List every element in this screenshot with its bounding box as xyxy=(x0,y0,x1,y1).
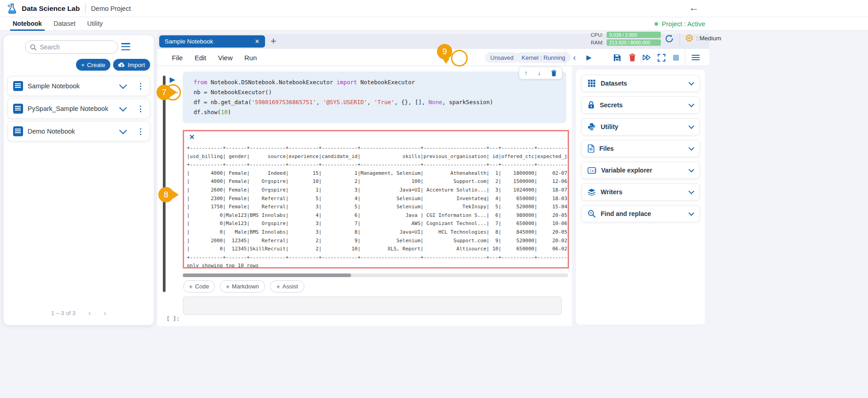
cpu-label: CPU: xyxy=(591,32,604,38)
secrets-icon xyxy=(588,101,595,109)
add-code-label: Code xyxy=(195,283,209,290)
run-all-icon[interactable]: ▶ xyxy=(584,53,593,62)
tab-utility[interactable]: Utility xyxy=(87,20,103,28)
right-tools-panel: Datasets Secrets Utility Files (x) Varia… xyxy=(575,69,706,325)
close-tab-icon[interactable]: ✕ xyxy=(255,38,260,45)
panel-item-secrets[interactable]: Secrets xyxy=(581,96,700,114)
open-notebook-tab[interactable]: Sample Notebook ✕ xyxy=(159,35,265,48)
import-button[interactable]: Import xyxy=(113,59,150,71)
move-cell-up-icon[interactable]: ↑ xyxy=(524,69,527,77)
notebook-toolbar: File Edit View Run Unsaved Kernel : Runn… xyxy=(157,49,709,66)
page-prev-icon[interactable]: ‹ xyxy=(88,308,91,318)
panel-item-writers[interactable]: Writers xyxy=(581,183,700,201)
utility-icon xyxy=(588,123,596,131)
project-name: Demo Project xyxy=(91,5,131,12)
plus-icon: + xyxy=(226,283,229,290)
ram-label: RAM: xyxy=(591,40,604,45)
close-output-icon[interactable]: ✕ xyxy=(189,133,195,141)
chevron-down-icon[interactable] xyxy=(688,210,694,216)
ram-usage-badge: 213.920 / 8000.000 xyxy=(607,39,661,46)
project-status-label: Project : Active xyxy=(662,20,705,28)
panel-item-utility[interactable]: Utility xyxy=(581,118,700,135)
menu-file[interactable]: File xyxy=(172,54,183,62)
horizontal-scrollbar[interactable] xyxy=(183,273,568,277)
sidebar-item-sample-notebook[interactable]: Sample Notebook ⋮ xyxy=(7,76,150,96)
writers-icon xyxy=(588,188,596,196)
menu-run[interactable]: Run xyxy=(244,54,257,62)
notebook-icon xyxy=(13,104,23,114)
panel-item-datasets[interactable]: Datasets xyxy=(581,75,700,92)
tab-dataset[interactable]: Dataset xyxy=(54,20,76,28)
notebook-icon xyxy=(13,126,23,136)
top-header: Data Science Lab Demo Project xyxy=(0,0,868,17)
find-replace-icon xyxy=(588,210,596,218)
search-input[interactable] xyxy=(40,43,108,51)
svg-text:(x): (x) xyxy=(589,168,596,173)
sidebar-filter-menu-icon[interactable] xyxy=(121,43,130,50)
code-cell[interactable]: from Notebook.DSNotebook.NotebookExecuto… xyxy=(183,72,566,123)
kebab-menu-icon[interactable]: ⋮ xyxy=(137,105,144,113)
vertical-scrollbar[interactable] xyxy=(163,76,166,292)
header-divider xyxy=(85,4,85,13)
toolbar-divider xyxy=(565,49,565,66)
toolbar-divider xyxy=(685,49,685,66)
chevron-down-icon[interactable] xyxy=(119,81,127,89)
panel-item-find-replace[interactable]: Find and replace xyxy=(581,205,700,222)
new-tab-icon[interactable]: + xyxy=(270,35,276,47)
stop-kernel-icon[interactable] xyxy=(671,53,680,62)
move-cell-down-icon[interactable]: ↓ xyxy=(537,69,541,77)
resource-monitor: CPU: 0.039 / 2.000 RAM: 213.920 / 8000.0… xyxy=(591,32,721,46)
chevron-down-icon[interactable] xyxy=(688,188,694,194)
create-button[interactable]: + Create xyxy=(76,59,110,71)
tab-notebook[interactable]: Notebook xyxy=(13,20,42,28)
sidebar-item-pyspark-sample-notebook[interactable]: PySpark_Sample Notebook ⋮ xyxy=(7,99,150,119)
cpu-chip-icon xyxy=(685,34,693,42)
run-cell-icon[interactable]: ▶ xyxy=(170,75,175,84)
plus-icon: + xyxy=(81,62,85,68)
scrollbar-thumb[interactable] xyxy=(183,273,351,277)
sidebar-item-demo-notebook[interactable]: Demo Notebook ⋮ xyxy=(7,121,150,141)
chevron-down-icon[interactable] xyxy=(119,104,127,111)
page-next-icon[interactable]: › xyxy=(104,308,106,318)
app-root: Data Science Lab Demo Project ← Notebook… xyxy=(0,0,868,398)
app-title: Data Science Lab xyxy=(22,5,80,13)
panel-item-files[interactable]: Files xyxy=(581,140,700,157)
resources-divider xyxy=(679,33,680,46)
save-notebook-icon[interactable] xyxy=(612,53,621,62)
search-box[interactable] xyxy=(25,40,118,54)
run-all-cells-icon[interactable] xyxy=(642,53,651,62)
toolbar-menu-icon[interactable] xyxy=(691,53,700,62)
cloud-import-icon xyxy=(118,62,125,67)
chevron-down-icon[interactable] xyxy=(688,123,694,129)
refresh-resources-icon[interactable] xyxy=(664,34,674,43)
kebab-menu-icon[interactable]: ⋮ xyxy=(137,82,144,90)
chevron-down-icon[interactable] xyxy=(119,126,127,134)
delete-cell-icon[interactable] xyxy=(628,53,637,62)
fullscreen-icon[interactable] xyxy=(657,53,666,62)
delete-cell-mini-icon[interactable] xyxy=(551,70,557,77)
chevron-down-icon[interactable] xyxy=(688,167,694,173)
chevron-down-icon[interactable] xyxy=(688,145,694,151)
cell-prompt: [ ]: xyxy=(166,316,180,322)
files-icon xyxy=(588,144,594,153)
panel-item-label: Files xyxy=(599,145,684,152)
collapse-toolbar-icon[interactable]: ‹ xyxy=(570,53,579,62)
add-assist-button[interactable]: + Assist xyxy=(270,280,304,293)
add-code-button[interactable]: + Code xyxy=(183,280,215,293)
chevron-down-icon[interactable] xyxy=(688,101,694,107)
empty-cell[interactable] xyxy=(183,297,562,315)
menu-view[interactable]: View xyxy=(218,54,232,62)
plus-icon: + xyxy=(189,283,193,290)
annotation-ring-9 xyxy=(451,50,468,67)
search-icon xyxy=(30,44,37,51)
chevron-down-icon[interactable] xyxy=(688,80,694,86)
panel-item-variable-explorer[interactable]: (x) Variable explorer xyxy=(581,162,700,179)
output-pre: +-----------+-------+------------+------… xyxy=(187,144,569,269)
menu-edit[interactable]: Edit xyxy=(194,54,206,62)
cell-actions-toolbar: ↑ ↓ xyxy=(519,67,562,79)
add-markdown-button[interactable]: + Markdown xyxy=(220,280,265,293)
import-button-label: Import xyxy=(128,62,145,68)
back-arrow-icon[interactable]: ← xyxy=(689,2,699,14)
create-button-label: Create xyxy=(87,62,105,68)
kebab-menu-icon[interactable]: ⋮ xyxy=(137,128,144,135)
